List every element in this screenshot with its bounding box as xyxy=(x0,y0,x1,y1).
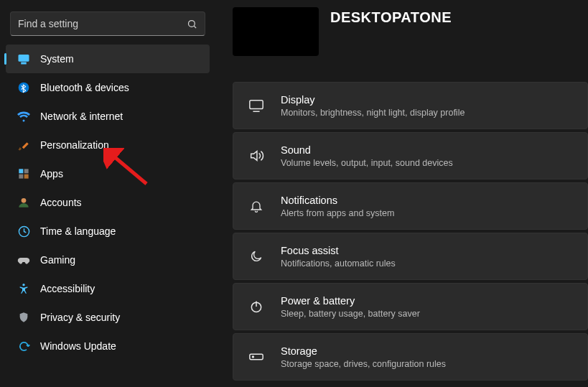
system-header: DESKTOPATONE xyxy=(233,7,588,56)
sidebar-item-label: Time & language xyxy=(40,225,116,237)
bluetooth-icon xyxy=(17,81,30,94)
storage-icon xyxy=(248,348,265,365)
tile-focus-assist[interactable]: Focus assist Notifications, automatic ru… xyxy=(233,233,588,280)
sidebar-item-bluetooth[interactable]: Bluetooth & devices xyxy=(6,73,210,102)
sidebar-item-label: Apps xyxy=(40,168,63,179)
sidebar-item-system[interactable]: System xyxy=(6,45,210,73)
sidebar-item-label: Network & internet xyxy=(40,111,123,122)
bell-icon xyxy=(248,197,265,215)
svg-rect-3 xyxy=(22,62,26,64)
sidebar-item-label: Accessibility xyxy=(40,283,95,294)
desktop-thumbnail xyxy=(233,7,319,56)
svg-rect-6 xyxy=(24,169,29,173)
tile-subtitle: Storage space, drives, configuration rul… xyxy=(281,358,446,370)
main-content: DESKTOPATONE Display Monitors, brightnes… xyxy=(215,0,588,387)
paintbrush-icon xyxy=(17,139,30,151)
sidebar-item-privacy[interactable]: Privacy & security xyxy=(6,303,210,332)
sidebar-item-label: System xyxy=(40,53,74,65)
shield-icon xyxy=(17,311,30,324)
tile-storage[interactable]: Storage Storage space, drives, configura… xyxy=(233,333,588,381)
gamepad-icon xyxy=(17,253,30,266)
tile-subtitle: Sleep, battery usage, battery saver xyxy=(281,308,420,320)
svg-point-11 xyxy=(22,284,24,286)
sidebar-item-label: Privacy & security xyxy=(40,312,120,323)
svg-point-9 xyxy=(22,198,27,203)
wifi-icon xyxy=(17,110,30,123)
svg-line-1 xyxy=(194,26,196,28)
tile-title: Sound xyxy=(281,144,453,157)
svg-rect-8 xyxy=(24,174,29,179)
sidebar-item-label: Personalization xyxy=(40,139,109,151)
search-input[interactable] xyxy=(10,11,205,36)
power-icon xyxy=(248,298,265,315)
sidebar-item-gaming[interactable]: Gaming xyxy=(6,246,210,274)
sidebar-item-label: Windows Update xyxy=(40,340,116,352)
search-field[interactable] xyxy=(18,18,186,29)
settings-tiles: Display Monitors, brightness, night ligh… xyxy=(233,82,588,381)
svg-point-17 xyxy=(253,356,254,358)
tile-subtitle: Volume levels, output, input, sound devi… xyxy=(281,157,453,169)
tile-subtitle: Notifications, automatic rules xyxy=(281,258,396,269)
sidebar-item-accessibility[interactable]: Accessibility xyxy=(6,274,210,303)
tile-title: Display xyxy=(281,93,465,106)
sidebar-item-accounts[interactable]: Accounts xyxy=(6,188,210,217)
sidebar-item-label: Bluetooth & devices xyxy=(40,82,129,93)
sidebar-item-personalization[interactable]: Personalization xyxy=(6,131,210,159)
svg-rect-12 xyxy=(250,101,263,109)
tile-sound[interactable]: Sound Volume levels, output, input, soun… xyxy=(233,132,588,179)
svg-point-0 xyxy=(188,20,195,27)
search-icon xyxy=(186,18,197,29)
tile-power[interactable]: Power & battery Sleep, battery usage, ba… xyxy=(233,283,588,330)
svg-point-4 xyxy=(19,83,29,93)
apps-icon xyxy=(17,167,30,180)
monitor-icon xyxy=(17,52,30,65)
sidebar-item-network[interactable]: Network & internet xyxy=(6,102,210,131)
sound-icon xyxy=(248,147,265,164)
tile-title: Storage xyxy=(281,345,446,358)
tile-display[interactable]: Display Monitors, brightness, night ligh… xyxy=(233,82,588,129)
sidebar-item-apps[interactable]: Apps xyxy=(6,159,210,188)
nav-list: System Bluetooth & devices Network & int… xyxy=(3,45,213,360)
accessibility-icon xyxy=(17,282,30,295)
svg-rect-7 xyxy=(19,174,23,179)
sidebar-item-windows-update[interactable]: Windows Update xyxy=(6,332,210,360)
globe-clock-icon xyxy=(17,225,30,238)
moon-icon xyxy=(248,248,265,265)
svg-rect-16 xyxy=(250,354,263,359)
tile-title: Notifications xyxy=(281,194,394,207)
tile-title: Power & battery xyxy=(281,294,420,307)
sidebar-item-label: Accounts xyxy=(40,197,82,208)
sidebar-item-time-language[interactable]: Time & language xyxy=(6,217,210,246)
svg-rect-2 xyxy=(19,55,29,62)
tile-subtitle: Monitors, brightness, night light, displ… xyxy=(281,107,465,118)
sidebar: System Bluetooth & devices Network & int… xyxy=(0,0,215,387)
svg-rect-5 xyxy=(19,169,23,173)
update-icon xyxy=(17,340,30,353)
tile-notifications[interactable]: Notifications Alerts from apps and syste… xyxy=(233,182,588,230)
display-icon xyxy=(248,97,265,114)
device-name: DESKTOPATONE xyxy=(330,9,452,26)
tile-subtitle: Alerts from apps and system xyxy=(281,208,394,219)
tile-title: Focus assist xyxy=(281,244,396,257)
sidebar-item-label: Gaming xyxy=(40,254,75,266)
person-icon xyxy=(17,196,30,209)
